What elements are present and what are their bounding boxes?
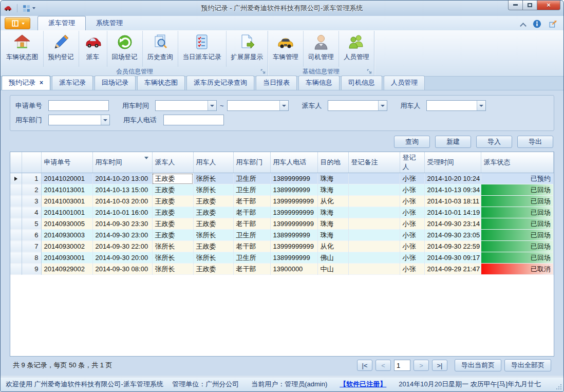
resize-grip[interactable] <box>555 383 561 389</box>
table-row[interactable]: 4 20141001001 2014-10-01 16:00 王政委 王政委 老… <box>10 207 554 218</box>
cell-registrar[interactable]: 小张 <box>400 196 424 207</box>
ribbon-history-query-button[interactable]: 历史查询 <box>143 31 178 67</box>
dialog-launcher-icon[interactable] <box>260 69 266 74</box>
table-row[interactable]: 8 20140930001 2014-09-30 20:00 张所长 张所长 卫… <box>10 252 554 264</box>
row-indicator[interactable] <box>10 252 22 264</box>
ribbon-return-register-button[interactable]: 回场登记 <box>107 31 143 67</box>
cell-dept[interactable]: 老干部 <box>233 218 270 230</box>
chevron-down-icon[interactable] <box>378 101 387 110</box>
cell-user[interactable]: 王政委 <box>193 264 233 275</box>
first-page-button[interactable]: |< <box>357 360 372 371</box>
cell-use-time[interactable]: 2014-10-13 15:00 <box>92 184 152 196</box>
cell-destination[interactable]: 佛山 <box>317 252 348 264</box>
cell-dispatch-status[interactable]: 已回场 <box>481 196 554 207</box>
cell-phone[interactable]: 13999999999 <box>270 241 317 252</box>
cell-dispatcher[interactable]: 王政委 <box>152 184 193 196</box>
ribbon-vehicle-status-button[interactable]: 车辆状态图 <box>2 31 44 67</box>
cell-remark[interactable] <box>348 207 400 218</box>
cell-dispatcher[interactable]: 张所长 <box>152 264 193 275</box>
cell-accept-time[interactable]: 2014-10-03 18:11 <box>424 196 481 207</box>
cell-accept-time[interactable]: 2014-10-01 14:19 <box>424 207 481 218</box>
new-button[interactable]: 新建 <box>435 136 471 148</box>
cell-remark[interactable] <box>348 241 400 252</box>
application-menu-button[interactable] <box>5 17 30 29</box>
ribbon-tab-system-mgmt[interactable]: 系统管理 <box>86 16 133 30</box>
dept-combo[interactable] <box>48 115 110 125</box>
cell-accept-time[interactable]: 2014-10-13 09:34 <box>424 184 481 196</box>
dispatcher-combo[interactable] <box>328 100 387 111</box>
cell-remark[interactable] <box>348 230 400 241</box>
close-tab-icon[interactable]: × <box>40 80 43 86</box>
row-indicator[interactable] <box>10 241 22 252</box>
col-phone[interactable]: 用车人电话 <box>270 152 317 173</box>
cell-dispatch-status[interactable]: 已预约 <box>481 173 554 184</box>
cell-registrar[interactable]: 小张 <box>400 230 424 241</box>
cell-phone[interactable]: 1389999999 <box>270 230 317 241</box>
cell-accept-time[interactable]: 2014-09-29 21:47 <box>424 264 481 275</box>
cell-dispatch-status[interactable]: 已回场 <box>481 241 554 252</box>
table-row[interactable]: 2 20141013001 2014-10-13 15:00 王政委 张所长 卫… <box>10 184 554 196</box>
cell-registrar[interactable]: 小张 <box>400 241 424 252</box>
ribbon-driver-mgmt-button[interactable]: 司机管理 <box>304 31 339 67</box>
cell-order-no[interactable]: 20140929002 <box>41 264 92 275</box>
table-row[interactable]: 3 20141003001 2014-10-03 20:00 王政委 王政委 老… <box>10 196 554 207</box>
cell-phone[interactable]: 1389999999 <box>270 173 317 184</box>
cell-order-no[interactable]: 20141013001 <box>41 184 92 196</box>
tab-vehicle-status[interactable]: 车辆状态图 <box>137 76 185 90</box>
cell-accept-time[interactable]: 2014-10-20 10:24 <box>424 173 481 184</box>
table-row[interactable]: 1 20141020001 2014-10-20 13:00 王政委 张所长 卫… <box>10 173 554 184</box>
cell-dept[interactable]: 老干部 <box>233 264 270 275</box>
cell-accept-time[interactable]: 2014-09-30 22:59 <box>424 241 481 252</box>
table-row[interactable]: 9 20140929002 2014-09-30 08:00 张所长 王政委 老… <box>10 264 554 275</box>
cell-dept[interactable]: 卫生所 <box>233 173 270 184</box>
quick-access-button[interactable] <box>21 4 37 13</box>
tab-personnel-mgmt[interactable]: 人员管理 <box>384 76 425 90</box>
cell-destination[interactable]: 珠海 <box>317 230 348 241</box>
tab-driver-info[interactable]: 司机信息 <box>341 76 382 90</box>
cell-user[interactable]: 张所长 <box>193 184 233 196</box>
export-all-pages-button[interactable]: 导出全部页 <box>504 359 551 371</box>
cell-dispatcher[interactable]: 王政委 <box>152 196 193 207</box>
cell-user[interactable]: 王政委 <box>193 218 233 230</box>
cell-phone[interactable]: 13999999999 <box>270 196 317 207</box>
col-order-no[interactable]: 申请单号 <box>41 152 92 173</box>
cell-dispatcher[interactable]: 王政委 <box>152 218 193 230</box>
cell-order-no[interactable]: 20140930002 <box>41 241 92 252</box>
cell-dispatch-status[interactable]: 已回场 <box>481 218 554 230</box>
cell-order-no[interactable]: 20141020001 <box>41 173 92 184</box>
last-page-button[interactable]: >| <box>432 360 447 371</box>
chevron-down-icon[interactable] <box>208 101 216 110</box>
cell-registrar[interactable]: 小张 <box>400 184 424 196</box>
cell-user[interactable]: 张所长 <box>193 173 233 184</box>
cell-accept-time[interactable]: 2014-09-30 23:14 <box>424 218 481 230</box>
cell-registrar[interactable]: 小张 <box>400 173 424 184</box>
cell-order-no[interactable]: 20140930001 <box>41 252 92 264</box>
cell-destination[interactable]: 从化 <box>317 241 348 252</box>
cell-remark[interactable] <box>348 252 400 264</box>
sort-filter-icon[interactable] <box>144 157 148 159</box>
cell-order-no[interactable]: 20141001001 <box>41 207 92 218</box>
row-indicator[interactable] <box>10 173 22 184</box>
cell-order-no[interactable]: 20140930005 <box>41 218 92 230</box>
use-time-from-combo[interactable] <box>155 100 217 111</box>
cell-accept-time[interactable]: 2014-09-30 23:05 <box>424 230 481 241</box>
cell-dispatch-status[interactable]: 已回场 <box>481 230 554 241</box>
cell-user[interactable]: 王政委 <box>193 207 233 218</box>
col-use-time[interactable]: 用车时间 <box>92 152 152 173</box>
row-indicator[interactable] <box>10 230 22 241</box>
collapse-ribbon-icon[interactable] <box>521 23 525 27</box>
prev-page-button[interactable]: < <box>375 360 391 371</box>
cell-registrar[interactable]: 小张 <box>400 264 424 275</box>
ribbon-vehicle-mgmt-button[interactable]: 车辆管理 <box>268 31 304 67</box>
row-indicator[interactable] <box>10 196 22 207</box>
cell-registrar[interactable]: 小张 <box>400 252 424 264</box>
col-destination[interactable]: 目的地 <box>317 152 348 173</box>
cell-dept[interactable]: 卫生所 <box>233 230 270 241</box>
col-dispatch-status[interactable]: 派车状态 <box>481 152 554 173</box>
cell-remark[interactable] <box>348 184 400 196</box>
cell-use-time[interactable]: 2014-10-20 13:00 <box>92 173 152 184</box>
col-accept-time[interactable]: 受理时间 <box>424 152 481 173</box>
cell-dispatcher[interactable]: 张所长 <box>152 252 193 264</box>
cell-dispatch-status[interactable]: 已取消 <box>481 264 554 275</box>
cell-destination[interactable]: 中山 <box>317 264 348 275</box>
